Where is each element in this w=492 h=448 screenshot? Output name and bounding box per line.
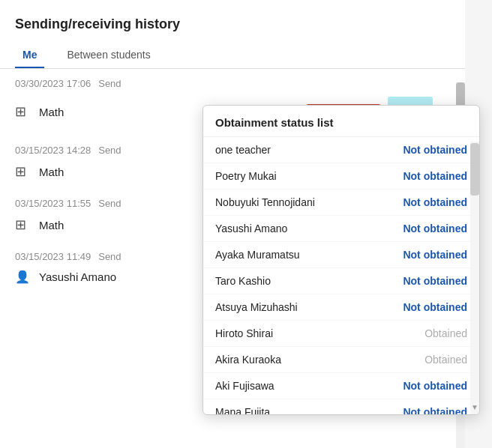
tab-bar: Me Between students [0, 43, 465, 69]
list-item: Ayaka Muramatsu Not obtained [203, 242, 479, 268]
subject-icon-3: ⊞ [15, 217, 33, 233]
obtainment-popup: Obtainment status list one teacher Not o… [202, 105, 480, 415]
status-badge: Obtained [424, 354, 467, 366]
page-title: Sending/receiving history [0, 0, 465, 43]
person-name: Taro Kashio [215, 275, 403, 287]
popup-list[interactable]: one teacher Not obtained Poetry Mukai No… [203, 137, 479, 414]
list-item: Aki Fujisawa Not obtained [203, 373, 479, 399]
type-label-4: Send [98, 251, 121, 262]
list-item: Akira Kuraoka Obtained [203, 347, 479, 373]
date-label-2: 03/15/2023 14:28 [15, 145, 91, 156]
person-name: Poetry Mukai [215, 170, 403, 182]
person-name: Aki Fujisawa [215, 380, 403, 392]
person-name: Akira Kuraoka [215, 354, 424, 366]
type-label-3: Send [98, 198, 121, 209]
status-badge: Not obtained [403, 249, 467, 261]
status-badge: Not obtained [403, 196, 467, 208]
person-name: Ayaka Muramatsu [215, 249, 403, 261]
history-date-row-1: 03/30/2023 17:06 Send [0, 69, 465, 92]
person-icon-4: 👤 [15, 270, 33, 284]
status-badge: Not obtained [403, 223, 467, 234]
person-name: Atsuya Mizuhashi [215, 301, 403, 313]
status-badge: Not obtained [403, 170, 467, 182]
popup-header: Obtainment status list [203, 106, 479, 137]
person-name: Yasushi Amano [215, 223, 403, 234]
list-item: one teacher Not obtained [203, 137, 479, 163]
type-label-1: Send [98, 78, 121, 89]
tab-between-students[interactable]: Between students [59, 43, 158, 68]
type-label-2: Send [98, 145, 121, 156]
status-badge: Not obtained [403, 406, 467, 414]
list-item: Poetry Mukai Not obtained [203, 163, 479, 190]
list-item: Nobuyuki Tennojidani Not obtained [203, 190, 479, 216]
subject-icon-1: ⊞ [15, 103, 33, 120]
status-badge: Obtained [424, 327, 467, 339]
status-badge: Not obtained [403, 380, 467, 392]
list-item: Mana Fujita Not obtained [203, 399, 479, 414]
tab-me[interactable]: Me [15, 43, 44, 68]
status-badge: Not obtained [403, 301, 467, 313]
popup-scrollbar-track[interactable]: ▼ [470, 142, 479, 414]
person-name: one teacher [215, 144, 403, 156]
list-item: Atsuya Mizuhashi Not obtained [203, 294, 479, 321]
list-item: Taro Kashio Not obtained [203, 268, 479, 294]
list-item: Hiroto Shirai Obtained [203, 321, 479, 347]
list-item: Yasushi Amano Not obtained [203, 216, 479, 242]
date-label-1: 03/30/2023 17:06 [15, 78, 91, 89]
popup-scroll-arrow-down[interactable]: ▼ [470, 401, 479, 413]
person-name: Mana Fujita [215, 406, 403, 414]
status-badge: Not obtained [403, 275, 467, 287]
date-label-4: 03/15/2023 11:49 [15, 251, 91, 262]
date-label-3: 03/15/2023 11:55 [15, 198, 91, 209]
person-name: Nobuyuki Tennojidani [215, 196, 403, 208]
status-badge: Not obtained [403, 144, 467, 156]
subject-icon-2: ⊞ [15, 163, 33, 180]
popup-scrollbar-thumb[interactable] [470, 143, 479, 196]
person-name: Hiroto Shirai [215, 327, 424, 339]
